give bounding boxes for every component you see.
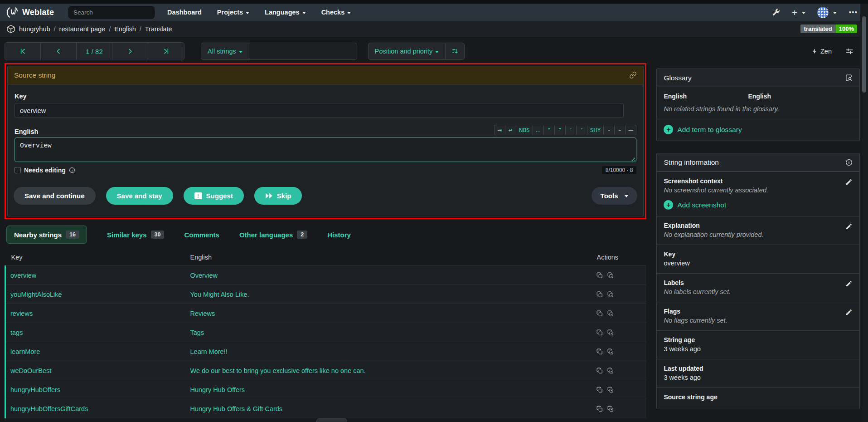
copy-icon[interactable] [596, 387, 603, 393]
edit-pencil-icon[interactable] [845, 178, 853, 194]
clone-to-translation-icon[interactable] [607, 272, 614, 279]
needs-editing-checkbox[interactable] [15, 167, 21, 173]
string-key-link[interactable]: hungryHubOffersGiftCards [10, 405, 88, 412]
previous-page-button[interactable] [41, 43, 77, 60]
breadcrumb-component[interactable]: restaurant page [59, 25, 106, 33]
insert-hyphen-button[interactable]: - [603, 125, 614, 135]
clone-to-translation-icon[interactable] [607, 406, 614, 412]
copy-icon[interactable] [596, 272, 603, 279]
tab-history[interactable]: History [327, 231, 351, 239]
insert-open-single-quote-button[interactable]: ‘ [565, 125, 576, 135]
user-avatar-menu[interactable] [817, 7, 837, 18]
string-text-link[interactable]: Hungry Hub Offers & Gift Cards [190, 405, 283, 412]
zen-mode-button[interactable]: Zen [812, 48, 832, 55]
caret-down-icon [347, 12, 351, 14]
info-icon[interactable] [69, 167, 75, 173]
nav-languages[interactable]: Languages [265, 9, 306, 16]
string-text-link[interactable]: We do our best to bring you exclusive of… [190, 367, 366, 374]
browse-glossary-icon[interactable] [845, 74, 853, 82]
copy-icon[interactable] [596, 406, 603, 412]
suggest-button[interactable]: ! Suggest [184, 187, 244, 205]
edit-pencil-icon[interactable] [845, 309, 853, 324]
insert-open-double-quote-button[interactable]: “ [543, 125, 554, 135]
string-text-link[interactable]: Hungry Hub Offers [190, 386, 245, 393]
create-new-button[interactable]: + [792, 8, 805, 17]
string-key-link[interactable]: reviews [10, 310, 33, 317]
more-menu-icon[interactable]: ⋯ [849, 7, 858, 18]
insert-nbsp-button[interactable]: NBS [516, 125, 533, 135]
string-text-link[interactable]: Tags [190, 329, 204, 336]
weblate-logo-home[interactable]: Weblate [6, 6, 54, 19]
add-term-to-glossary-link[interactable]: + Add term to glossary [664, 125, 853, 134]
info-icon[interactable] [845, 159, 853, 166]
add-screenshot-link[interactable]: + Add screenshot [664, 200, 853, 210]
string-text-link[interactable]: You Might Also Like. [190, 291, 249, 298]
copy-icon[interactable] [596, 291, 603, 298]
nav-projects[interactable]: Projects [217, 9, 249, 16]
clone-to-translation-icon[interactable] [607, 310, 614, 317]
table-row: weDoOurBest We do our best to bring you … [5, 361, 647, 380]
edit-pencil-icon[interactable] [845, 280, 853, 295]
string-key-link[interactable]: overview [10, 272, 36, 279]
scrollbar-thumb[interactable] [862, 16, 866, 93]
skip-button[interactable]: Skip [254, 187, 302, 205]
insert-tab-button[interactable]: ⇥ [494, 125, 505, 135]
clone-to-translation-icon[interactable] [607, 329, 614, 336]
copy-icon[interactable] [596, 329, 603, 336]
breadcrumb-project[interactable]: hungryhub [19, 25, 50, 33]
insert-shy-button[interactable]: SHY [587, 125, 603, 135]
tab-similar-keys[interactable]: Similar keys30 [107, 231, 164, 239]
last-page-button[interactable] [148, 43, 184, 60]
string-key-link[interactable]: weDoOurBest [10, 367, 51, 374]
string-text-link[interactable]: Learn More!! [190, 348, 228, 355]
clone-to-translation-icon[interactable] [607, 368, 614, 374]
insert-ellipsis-button[interactable]: … [533, 125, 544, 135]
copy-icon[interactable] [596, 310, 603, 317]
clone-to-translation-icon[interactable] [607, 291, 614, 298]
breadcrumb-language[interactable]: English [114, 25, 136, 33]
tab-other-languages[interactable]: Other languages2 [239, 231, 307, 239]
clone-to-translation-icon[interactable] [607, 348, 614, 355]
table-row: learnMore Learn More!! [5, 342, 647, 361]
insert-en-dash-button[interactable]: – [614, 125, 625, 135]
copy-icon[interactable] [596, 348, 603, 355]
insert-close-double-quote-button[interactable]: ” [554, 125, 565, 135]
tools-dropdown-button[interactable]: Tools [592, 187, 638, 205]
permalink-icon[interactable] [629, 71, 637, 79]
insert-close-single-quote-button[interactable]: ’ [576, 125, 587, 135]
admin-wrench-icon[interactable] [771, 8, 780, 17]
string-key-link[interactable]: hungryHubOffers [10, 386, 60, 393]
insert-newline-button[interactable]: ↵ [505, 125, 516, 135]
source-text-editor[interactable]: Overview [15, 137, 636, 162]
clone-to-translation-icon[interactable] [607, 387, 614, 393]
string-key-link[interactable]: tags [10, 329, 23, 336]
next-page-button[interactable] [112, 43, 148, 60]
strings-search-input[interactable] [249, 43, 357, 60]
first-page-button[interactable] [5, 43, 41, 60]
tab-comments[interactable]: Comments [184, 231, 219, 239]
nav-dashboard[interactable]: Dashboard [167, 9, 202, 16]
settings-sliders-icon[interactable] [845, 47, 853, 55]
insert-em-dash-button[interactable]: — [625, 125, 637, 135]
sort-order-dropdown[interactable]: Position and priority [368, 43, 446, 60]
page-position[interactable]: 1 / 82 [77, 43, 112, 60]
global-search-input[interactable] [68, 6, 155, 19]
nav-checks[interactable]: Checks [321, 9, 351, 16]
copy-icon[interactable] [596, 368, 603, 374]
main-nav: Dashboard Projects Languages Checks [167, 9, 351, 16]
key-input[interactable] [15, 103, 624, 118]
string-key-link[interactable]: youMightAlsoLike [10, 291, 62, 298]
save-and-continue-button[interactable]: Save and continue [14, 187, 96, 205]
page-scrollbar[interactable] [860, 4, 868, 422]
breadcrumb-page[interactable]: Translate [145, 25, 172, 33]
strings-filter-dropdown[interactable]: All strings [201, 43, 249, 60]
translated-percentage: 100% [836, 25, 857, 33]
save-and-stay-button[interactable]: Save and stay [106, 187, 173, 205]
tab-nearby-strings[interactable]: Nearby strings16 [6, 226, 87, 244]
lightning-icon [812, 48, 818, 55]
edit-pencil-icon[interactable] [845, 223, 853, 238]
string-text-link[interactable]: Overview [190, 272, 218, 279]
sort-direction-button[interactable] [446, 43, 465, 60]
string-text-link[interactable]: Reviews [190, 310, 215, 317]
string-key-link[interactable]: learnMore [10, 348, 40, 355]
